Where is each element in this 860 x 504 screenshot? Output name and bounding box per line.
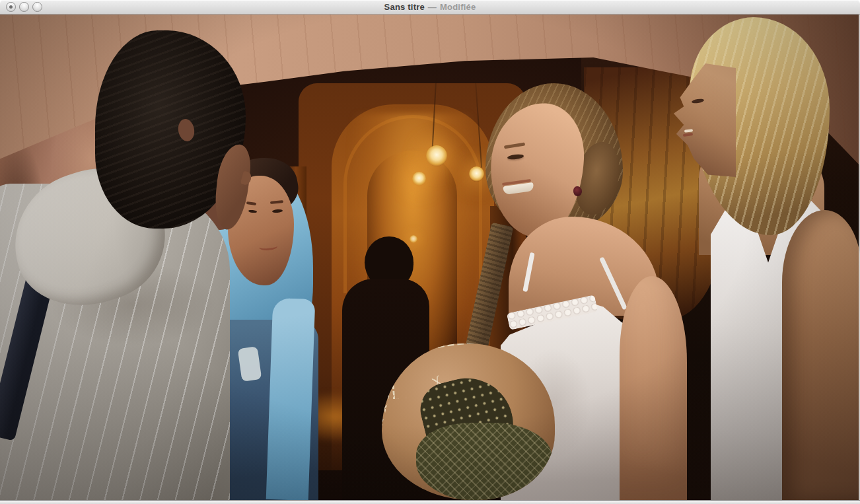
modified-status: Modifiée [440, 2, 476, 12]
minimize-button[interactable] [19, 2, 29, 12]
document-name: Sans titre [384, 2, 425, 12]
title-separator: — [428, 2, 437, 12]
window-titlebar: Sans titre—Modifiée [0, 0, 860, 15]
close-button[interactable] [6, 2, 16, 12]
zoom-button[interactable] [32, 2, 42, 12]
photo-canvas[interactable] [0, 15, 860, 500]
modified-dot-icon [9, 5, 13, 9]
window-bottom-frame [0, 500, 860, 504]
app-window: Sans titre—Modifiée [0, 0, 860, 504]
scene-vignette-overlay [0, 15, 860, 500]
window-title: Sans titre—Modifiée [0, 0, 860, 14]
